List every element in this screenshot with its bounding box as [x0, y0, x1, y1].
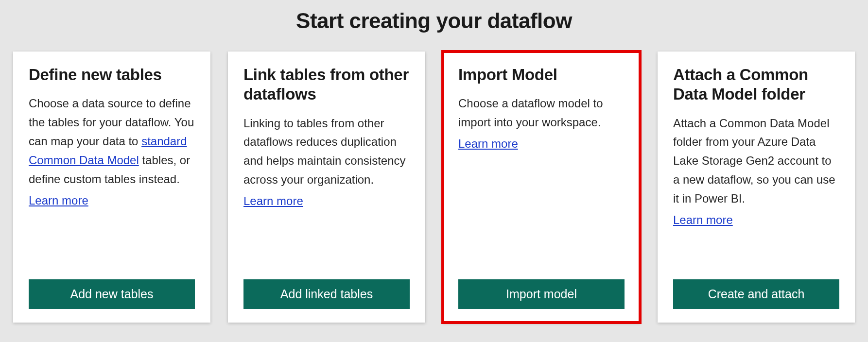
- learn-more-link[interactable]: Learn more: [673, 213, 733, 227]
- card-description: Linking to tables from other dataflows r…: [243, 114, 410, 190]
- cards-row: Define new tables Choose a data source t…: [0, 51, 868, 323]
- card-define-new-tables: Define new tables Choose a data source t…: [13, 51, 210, 323]
- create-and-attach-button[interactable]: Create and attach: [673, 279, 839, 309]
- card-title: Attach a Common Data Model folder: [673, 65, 839, 104]
- card-link-tables: Link tables from other dataflows Linking…: [228, 51, 425, 323]
- page-title: Start creating your dataflow: [0, 9, 868, 33]
- learn-more-link[interactable]: Learn more: [243, 194, 303, 208]
- card-description: Attach a Common Data Model folder from y…: [673, 114, 839, 208]
- import-model-button[interactable]: Import model: [458, 279, 625, 309]
- learn-more-link[interactable]: Learn more: [458, 137, 518, 151]
- card-title: Import Model: [458, 65, 625, 85]
- add-linked-tables-button[interactable]: Add linked tables: [243, 279, 410, 309]
- card-title: Define new tables: [29, 65, 195, 85]
- learn-more-link[interactable]: Learn more: [29, 194, 88, 207]
- card-title: Link tables from other dataflows: [243, 65, 410, 104]
- add-new-tables-button[interactable]: Add new tables: [29, 279, 195, 309]
- card-description: Choose a data source to define the table…: [29, 94, 195, 188]
- card-description: Choose a dataflow model to import into y…: [458, 94, 625, 132]
- card-import-model: Import Model Choose a dataflow model to …: [443, 51, 640, 323]
- card-attach-cdm-folder: Attach a Common Data Model folder Attach…: [658, 51, 855, 323]
